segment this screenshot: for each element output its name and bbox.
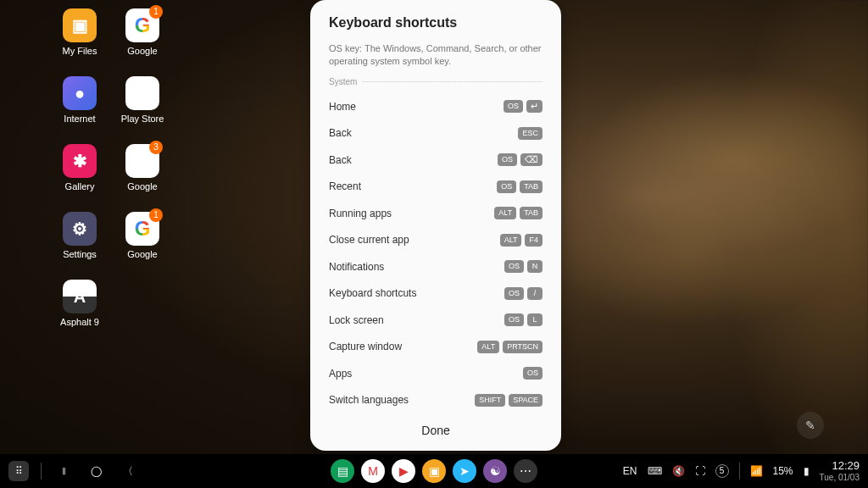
shortcut-label: Keyboard shortcuts — [329, 287, 416, 299]
shortcut-row: HomeOS↵ — [329, 93, 542, 120]
key-cap: L — [527, 313, 542, 326]
desktop-icon-google[interactable]: G1Google — [112, 212, 173, 259]
key-cap: ESC — [518, 127, 542, 140]
key-cap: N — [527, 260, 542, 273]
badge: 1 — [149, 208, 163, 222]
shortcut-keys: OS — [523, 367, 542, 380]
shortcut-row: AppsOS — [329, 360, 542, 387]
shortcut-row: BackOS⌫ — [329, 147, 542, 174]
key-cap: OS — [504, 260, 524, 273]
shortcut-label: Apps — [329, 368, 352, 380]
taskbar-app-more[interactable]: ⋯ — [514, 459, 537, 483]
key-cap: OS — [504, 100, 523, 113]
key-cap: ALT — [477, 341, 499, 353]
shortcut-keys: OS↵ — [504, 100, 542, 113]
shortcut-row: Switch languagesSHIFTSPACE — [329, 386, 542, 412]
key-cap: ALT — [494, 207, 516, 219]
battery-icon: ▮ — [804, 465, 810, 477]
done-button[interactable]: Done — [329, 412, 542, 451]
taskbar-app-telegram[interactable]: ➤ — [453, 459, 476, 483]
icon-label: My Files — [49, 46, 110, 56]
taskbar-app-play[interactable]: ▶ — [392, 459, 415, 483]
desktop-icon-myfiles[interactable]: ▣My Files — [49, 8, 110, 56]
key-cap: TAB — [520, 180, 542, 193]
mute-icon[interactable]: 🔇 — [672, 465, 685, 477]
desktop-icon-gfolder[interactable]: ▦3Google — [112, 144, 173, 191]
apps-drawer-button[interactable]: ⠿ — [8, 461, 29, 481]
icon-label: Settings — [49, 249, 110, 259]
asphalt-icon: A — [63, 280, 97, 313]
badge: 3 — [149, 141, 163, 154]
gallery-icon: ✱ — [63, 144, 97, 178]
icon-label: Google — [112, 249, 173, 259]
key-cap: ALT — [500, 234, 522, 247]
shortcut-label: Close current app — [329, 234, 409, 246]
shortcut-row: Capture windowALTPRTSCN — [329, 333, 542, 360]
shortcut-label: Switch languages — [329, 394, 409, 406]
notification-count[interactable]: 5 — [715, 464, 729, 478]
taskbar-app-sheets[interactable]: ▤ — [331, 459, 354, 483]
key-cap: SHIFT — [475, 394, 505, 407]
key-cap: TAB — [520, 207, 542, 219]
taskbar: ⠿ ⦀ ◯ 〈 ▤M▶▣➤☯⋯ EN ⌨ 🔇 ⛶ 5 📶 15% ▮ 12:29… — [0, 454, 868, 488]
back-button[interactable]: 〈 — [118, 461, 138, 481]
icon-label: Asphalt 9 — [49, 317, 110, 327]
shortcut-list: HomeOS↵BackESCBackOS⌫RecentOSTABRunning … — [329, 93, 542, 412]
home-button[interactable]: ◯ — [86, 461, 106, 481]
dialog-subtitle: OS key: The Windows, Command, Search, or… — [329, 42, 542, 69]
key-cap: / — [527, 287, 542, 300]
desktop-icon-internet[interactable]: ●Internet — [49, 76, 110, 124]
key-cap: OS — [523, 367, 542, 380]
myfiles-icon: ▣ — [63, 8, 97, 42]
key-cap: SPACE — [509, 394, 542, 407]
shortcut-row: Keyboard shortcutsOS/ — [329, 280, 542, 307]
shortcut-label: Running apps — [329, 208, 392, 219]
key-cap: PRTSCN — [503, 341, 542, 353]
settings-icon: ⚙ — [63, 212, 97, 246]
desktop-icon-playstore[interactable]: ▶Play Store — [112, 76, 173, 124]
taskbar-app-viber[interactable]: ☯ — [483, 459, 507, 483]
shortcut-label: Back — [329, 154, 352, 166]
shortcut-label: Recent — [329, 180, 361, 192]
edit-fab[interactable]: ✎ — [797, 412, 824, 439]
shortcut-row: Running appsALTTAB — [329, 200, 542, 227]
divider — [41, 463, 42, 480]
shortcut-label: Home — [329, 101, 356, 113]
recents-button[interactable]: ⦀ — [53, 461, 74, 481]
section-header: System — [329, 77, 542, 86]
shortcut-keys: SHIFTSPACE — [475, 394, 542, 407]
icon-label: Internet — [49, 114, 110, 124]
desktop-icon-settings[interactable]: ⚙Settings — [49, 212, 110, 259]
wifi-icon[interactable]: 📶 — [750, 465, 763, 477]
taskbar-pinned-apps: ▤M▶▣➤☯⋯ — [331, 459, 537, 483]
taskbar-app-files[interactable]: ▣ — [422, 459, 446, 483]
shortcut-label: Capture window — [329, 341, 402, 352]
desktop-icon-grid: ▣My FilesG1Google●Internet▶Play Store✱Ga… — [49, 8, 173, 327]
desktop-icon-asphalt[interactable]: AAsphalt 9 — [49, 280, 110, 327]
screenshot-icon[interactable]: ⛶ — [695, 465, 705, 477]
shortcut-label: Lock screen — [329, 314, 384, 326]
shortcut-row: Lock screenOSL — [329, 307, 542, 334]
shortcut-keys: ALTPRTSCN — [477, 341, 542, 353]
keyboard-icon[interactable]: ⌨ — [648, 465, 662, 477]
shortcut-keys: ALTTAB — [494, 207, 542, 219]
desktop-icon-google[interactable]: G1Google — [112, 8, 173, 56]
key-cap: OS — [497, 180, 516, 193]
shortcut-keys: OS/ — [504, 287, 542, 300]
shortcut-label: Notifications — [329, 261, 384, 273]
shortcut-keys: OS⌫ — [498, 153, 542, 166]
clock[interactable]: 12:29 Tue, 01/03 — [820, 460, 860, 481]
icon-label: Gallery — [49, 181, 110, 191]
badge: 1 — [149, 5, 163, 19]
language-indicator[interactable]: EN — [623, 465, 637, 477]
icon-label: Google — [112, 46, 173, 56]
shortcut-row: BackESC — [329, 119, 542, 147]
clock-date: Tue, 01/03 — [820, 473, 860, 482]
dialog-title: Keyboard shortcuts — [329, 15, 542, 30]
taskbar-app-gmail[interactable]: M — [361, 459, 385, 483]
desktop-icon-gallery[interactable]: ✱Gallery — [49, 144, 110, 191]
key-cap: F4 — [525, 234, 542, 247]
shortcut-row: RecentOSTAB — [329, 173, 542, 200]
battery-percentage[interactable]: 15% — [773, 465, 793, 477]
icon-label: Play Store — [112, 114, 173, 124]
